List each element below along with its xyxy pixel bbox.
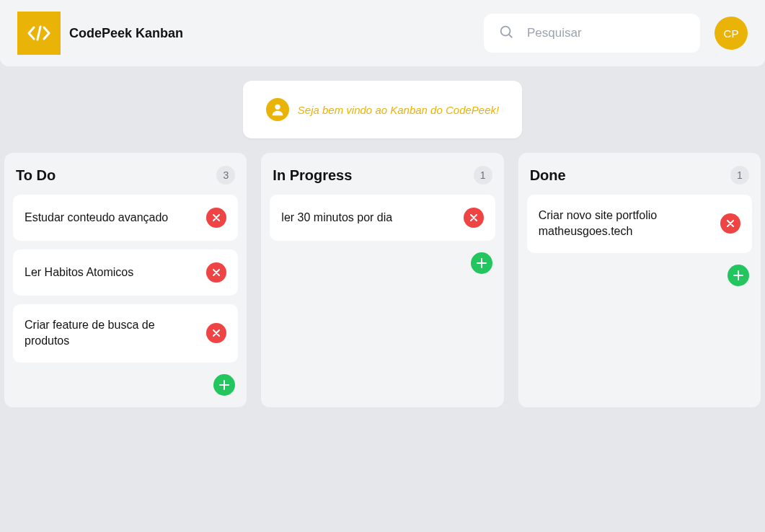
card[interactable]: Criar novo site portfolio matheusgoes.te…: [527, 195, 752, 253]
kanban-board: To Do 3 Estudar conteudo avançado Ler Ha…: [0, 153, 765, 407]
column-in-progress: In Progress 1 ler 30 minutos por dia: [261, 153, 503, 407]
column-count-badge: 3: [216, 166, 235, 185]
user-icon: [266, 98, 289, 121]
column-header: In Progress 1: [270, 161, 495, 195]
add-button-row: [270, 249, 495, 277]
plus-icon: [219, 380, 229, 390]
close-icon: [470, 214, 477, 221]
search-icon: [498, 24, 514, 43]
card[interactable]: Estudar conteudo avançado: [13, 195, 238, 241]
column-title: In Progress: [273, 167, 352, 184]
column-todo: To Do 3 Estudar conteudo avançado Ler Ha…: [4, 153, 247, 407]
card[interactable]: Criar feature de busca de produtos: [13, 304, 238, 363]
add-card-button[interactable]: [471, 252, 492, 274]
card-text: Ler Habitos Atomicos: [25, 265, 133, 280]
delete-button[interactable]: [464, 208, 484, 228]
column-done: Done 1 Criar novo site portfolio matheus…: [518, 153, 761, 407]
close-icon: [213, 329, 220, 337]
close-icon: [213, 269, 220, 276]
logo-icon: [17, 12, 61, 55]
card-text: Criar feature de busca de produtos: [25, 317, 198, 350]
add-card-button[interactable]: [213, 374, 235, 396]
column-header: Done 1: [527, 161, 752, 195]
card-text: ler 30 minutos por dia: [281, 210, 392, 226]
add-button-row: [13, 371, 238, 399]
column-title: To Do: [16, 167, 56, 184]
delete-button[interactable]: [206, 208, 226, 228]
delete-button[interactable]: [206, 323, 226, 343]
add-button-row: [527, 262, 752, 289]
welcome-message: Seja bem vindo ao Kanban do CodePeek!: [298, 104, 499, 116]
card-text: Criar novo site portfolio matheusgoes.te…: [539, 208, 712, 240]
header: CodePeek Kanban CP: [0, 0, 765, 66]
add-card-button[interactable]: [728, 265, 749, 286]
header-right: CP: [484, 14, 748, 53]
welcome-card: Seja bem vindo ao Kanban do CodePeek!: [243, 81, 522, 138]
delete-button[interactable]: [720, 213, 740, 234]
header-left: CodePeek Kanban: [17, 12, 183, 55]
close-icon: [727, 220, 734, 227]
svg-point-2: [275, 105, 280, 110]
svg-line-1: [509, 35, 512, 37]
avatar[interactable]: CP: [715, 17, 748, 50]
close-icon: [213, 214, 220, 221]
search-input[interactable]: [527, 26, 686, 40]
search-box[interactable]: [484, 14, 700, 53]
svg-point-0: [501, 27, 510, 36]
card-text: Estudar conteudo avançado: [25, 210, 168, 226]
plus-icon: [477, 258, 487, 268]
card[interactable]: Ler Habitos Atomicos: [13, 249, 238, 296]
app-title: CodePeek Kanban: [69, 26, 183, 41]
plus-icon: [733, 270, 743, 280]
column-header: To Do 3: [13, 161, 238, 195]
delete-button[interactable]: [206, 262, 226, 283]
column-title: Done: [530, 167, 566, 184]
card[interactable]: ler 30 minutos por dia: [270, 195, 495, 241]
column-count-badge: 1: [730, 166, 749, 185]
column-count-badge: 1: [474, 166, 492, 185]
